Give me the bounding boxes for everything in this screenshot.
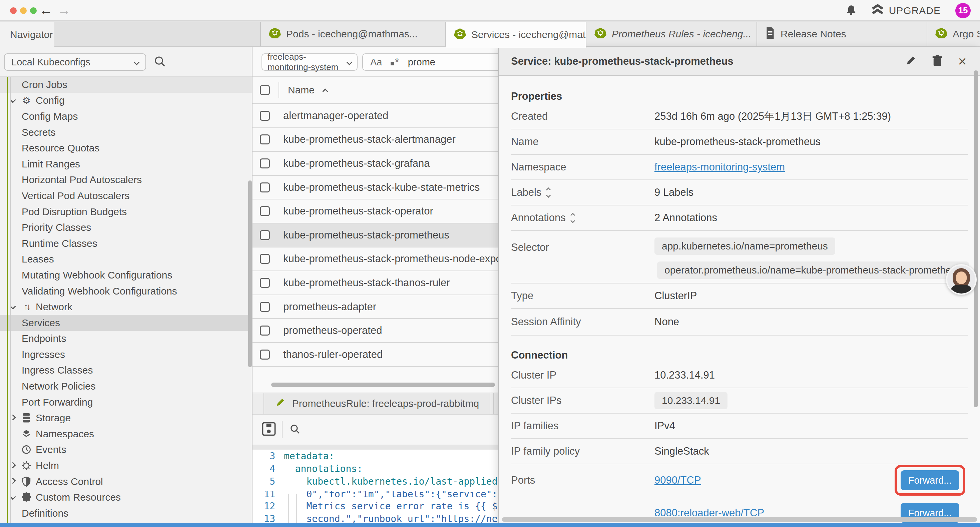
yaml-editor[interactable]: 3 metadata: 4 annotations: 5 kubectl.kub…: [253, 450, 498, 527]
tab-services[interactable]: Services - icecheng@math... ×: [446, 22, 586, 48]
sidebar-item-horizontal-pod-autoscalers[interactable]: Horizontal Pod Autoscalers: [0, 172, 253, 188]
sidebar-item-network-policies[interactable]: Network Policies: [0, 378, 253, 394]
table-row[interactable]: prometheus-operated: [253, 319, 498, 343]
row-checkbox[interactable]: [260, 134, 270, 145]
sidebar-section-helm[interactable]: Helm: [0, 458, 253, 474]
kubeconfig-selector[interactable]: Local Kubeconfigs: [4, 53, 146, 71]
namespace-filter-dropdown[interactable]: freeleaps-monitoring-system: [261, 53, 358, 71]
tab-pods[interactable]: Pods - icecheng@mathmas...: [260, 22, 446, 46]
code-text: kubectl.kubernetes.io/last-applied-con: [284, 476, 498, 487]
save-icon[interactable]: [262, 422, 276, 437]
sidebar-item-events[interactable]: Events: [0, 442, 253, 458]
code-line[interactable]: 11 0","for":"1m","labels":{"service":": [253, 491, 498, 500]
sidebar-item-pod-disruption-budgets[interactable]: Pod Disruption Budgets: [0, 204, 253, 220]
sidebar-section-custom-resources[interactable]: Custom Resources: [0, 489, 253, 505]
editor-tab-prometheusrule[interactable]: PrometheusRule: freeleaps-prod-rabbitmq: [264, 393, 490, 414]
table-row[interactable]: kube-prometheus-stack-alertmanager: [253, 128, 498, 152]
user-avatar[interactable]: [946, 264, 977, 295]
drawer-vertical-scrollbar[interactable]: [974, 70, 978, 407]
annotations-value[interactable]: 2 Annotations: [654, 212, 717, 224]
row-checkbox[interactable]: [260, 158, 270, 169]
sidebar-item-secrets[interactable]: Secrets: [0, 124, 253, 140]
port-link[interactable]: 9090/TCP: [654, 474, 701, 486]
notification-count-badge[interactable]: 15: [955, 3, 970, 18]
editor-tab-partial[interactable]: [493, 393, 498, 414]
table-row[interactable]: kube-prometheus-stack-kube-state-metrics: [253, 176, 498, 200]
list-search-input[interactable]: Aa * prome: [362, 53, 498, 71]
drawer-horizontal-scrollbar[interactable]: [502, 517, 977, 522]
back-arrow-icon[interactable]: ←: [39, 2, 53, 18]
row-checkbox[interactable]: [260, 182, 270, 193]
row-checkbox[interactable]: [260, 278, 270, 288]
code-line[interactable]: 12 Metrics service error rate is {{ $va: [253, 500, 498, 512]
bell-icon[interactable]: [846, 4, 857, 17]
tab-release-notes[interactable]: Release Notes: [757, 22, 927, 46]
upgrade-button[interactable]: UPGRADE: [872, 4, 941, 17]
row-checkbox[interactable]: [260, 254, 270, 264]
sidebar-item-validating-webhook-configurations[interactable]: Validating Webhook Configurations: [0, 283, 253, 299]
divider: [282, 421, 283, 438]
sidebar-scrollbar[interactable]: [248, 180, 252, 367]
row-checkbox[interactable]: [260, 302, 270, 312]
row-checkbox[interactable]: [260, 111, 270, 121]
sidebar-item-endpoints[interactable]: Endpoints: [0, 331, 253, 347]
namespace-link[interactable]: freeleaps-monitoring-system: [654, 161, 785, 173]
sidebar-item-ingresses[interactable]: Ingresses: [0, 347, 253, 363]
table-row[interactable]: kube-prometheus-stack-grafana: [253, 152, 498, 176]
table-row[interactable]: kube-prometheus-stack-prometheus-node-ex…: [253, 247, 498, 272]
match-case-toggle[interactable]: Aa: [370, 57, 382, 68]
regex-toggle[interactable]: *: [391, 56, 399, 69]
row-checkbox[interactable]: [260, 206, 270, 216]
code-line[interactable]: 4 annotations:: [253, 462, 498, 475]
select-all-checkbox[interactable]: [260, 85, 270, 95]
window-zoom-button[interactable]: [30, 7, 37, 14]
sidebar-item-services[interactable]: Services: [0, 315, 253, 331]
sidebar-item-limit-ranges[interactable]: Limit Ranges: [0, 156, 253, 172]
sort-ascending-icon[interactable]: [323, 89, 328, 94]
table-row[interactable]: alertmanager-operated: [253, 104, 498, 128]
table-row[interactable]: kube-prometheus-stack-prometheus: [253, 223, 498, 247]
sidebar-item-resource-quotas[interactable]: Resource Quotas: [0, 140, 253, 156]
sidebar-item-cron-jobs[interactable]: Cron Jobs: [0, 77, 253, 93]
row-checkbox[interactable]: [260, 230, 270, 240]
sidebar-section-access-control[interactable]: Access Control: [0, 474, 253, 490]
sidebar-item-priority-classes[interactable]: Priority Classes: [0, 220, 253, 236]
name-label: Name: [511, 136, 654, 148]
sidebar-item-namespaces[interactable]: Namespaces: [0, 426, 253, 442]
sidebar-item-ingress-classes[interactable]: Ingress Classes: [0, 363, 253, 379]
table-row[interactable]: kube-prometheus-stack-operator: [253, 199, 498, 223]
sidebar-item-runtime-classes[interactable]: Runtime Classes: [0, 236, 253, 252]
sidebar-item-leases[interactable]: Leases: [0, 252, 253, 267]
delete-trash-icon[interactable]: [932, 55, 943, 68]
table-row[interactable]: kube-prometheus-stack-thanos-ruler: [253, 271, 498, 295]
editor-search-icon[interactable]: [289, 423, 301, 436]
edit-pencil-icon[interactable]: [905, 55, 916, 68]
tab-prometheus-rules[interactable]: Prometheus Rules - icecheng...: [586, 22, 757, 46]
sidebar-section-storage[interactable]: Storage: [0, 410, 253, 426]
sidebar-item-mutating-webhook-configurations[interactable]: Mutating Webhook Configurations: [0, 267, 253, 283]
window-minimize-button[interactable]: [20, 7, 27, 14]
table-horizontal-scrollbar[interactable]: [271, 382, 495, 387]
sidebar-section-network[interactable]: ↑↓ Network: [0, 299, 253, 315]
sidebar-item-definitions[interactable]: Definitions: [0, 505, 253, 521]
code-line[interactable]: 5 kubectl.kubernetes.io/last-applied-con: [253, 475, 498, 488]
code-line[interactable]: 3 metadata:: [253, 450, 498, 462]
table-row[interactable]: prometheus-adapter: [253, 295, 498, 319]
sidebar-section-config[interactable]: ⚙ Config: [0, 93, 253, 109]
tab-navigator[interactable]: Navigator: [0, 22, 54, 48]
table-row[interactable]: thanos-ruler-operated: [253, 343, 498, 367]
expand-collapse-icon[interactable]: [547, 188, 550, 197]
expand-collapse-icon[interactable]: [571, 213, 574, 223]
row-checkbox[interactable]: [260, 326, 270, 336]
name-column-header[interactable]: Name: [288, 84, 315, 96]
tab-argo[interactable]: Argo Ser: [927, 22, 980, 46]
close-icon[interactable]: ×: [958, 55, 967, 68]
forward-arrow-icon[interactable]: →: [57, 2, 71, 18]
row-checkbox[interactable]: [260, 350, 270, 360]
sidebar-item-config-maps[interactable]: Config Maps: [0, 108, 253, 124]
search-icon[interactable]: [153, 55, 166, 69]
window-close-button[interactable]: [10, 7, 17, 14]
labels-value[interactable]: 9 Labels: [654, 186, 694, 199]
sidebar-item-port-forwarding[interactable]: Port Forwarding: [0, 394, 253, 410]
sidebar-item-vertical-pod-autoscalers[interactable]: Vertical Pod Autoscalers: [0, 188, 253, 204]
